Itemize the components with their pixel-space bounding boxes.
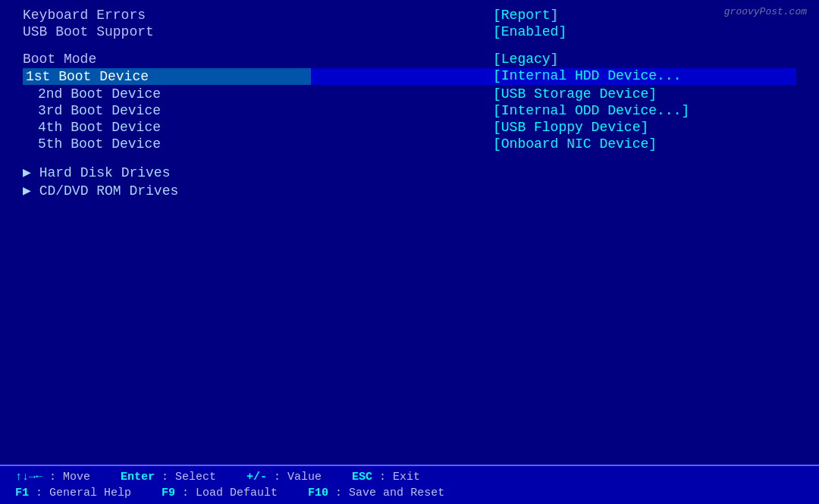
footer-f9: F9 : Load Default (162, 487, 278, 499)
row-3rd-boot-device[interactable]: 3rd Boot Device [Internal ODD Device...] (23, 103, 796, 118)
desc-general-help: : General Help (29, 487, 131, 499)
key-enter: Enter (121, 471, 155, 484)
footer-row-1: ↑↓→← : Move Enter : Select +/- : Value E… (15, 471, 804, 484)
bios-main-content: groovyPost.com Keyboard Errors [Report] … (0, 0, 819, 465)
desc-load-default: : Load Default (175, 487, 278, 499)
label-1st-boot-device: 1st Boot Device (23, 68, 311, 85)
key-esc: ESC (352, 471, 372, 484)
value-usb-boot-support: [Enabled] (493, 24, 796, 39)
label-usb-boot-support: USB Boot Support (23, 24, 311, 39)
footer-row-2: F1 : General Help F9 : Load Default F10 … (15, 487, 804, 499)
watermark: groovyPost.com (724, 6, 807, 17)
desc-move: : Move (42, 471, 90, 484)
row-1st-boot-device[interactable]: 1st Boot Device [Internal HDD Device... (23, 68, 796, 85)
row-usb-boot-support[interactable]: USB Boot Support [Enabled] (23, 24, 796, 39)
label-keyboard-errors: Keyboard Errors (23, 8, 311, 23)
footer-move: ↑↓→← : Move (15, 471, 90, 484)
footer-f10: F10 : Save and Reset (308, 487, 444, 499)
spacer-1 (23, 41, 796, 52)
row-4th-boot-device[interactable]: 4th Boot Device [USB Floppy Device] (23, 120, 796, 135)
footer-enter: Enter : Select (121, 471, 216, 484)
value-boot-mode: [Legacy] (493, 52, 796, 67)
key-plus-minus: +/- (246, 471, 267, 484)
label-4th-boot-device: 4th Boot Device (23, 120, 311, 135)
label-cdvd-rom-drives: CD/DVD ROM Drives (23, 182, 311, 199)
bios-footer: ↑↓→← : Move Enter : Select +/- : Value E… (0, 465, 819, 504)
key-arrows: ↑↓→← (15, 471, 42, 484)
bios-screen: groovyPost.com Keyboard Errors [Report] … (0, 0, 819, 504)
label-hard-disk-drives: Hard Disk Drives (23, 164, 311, 180)
value-5th-boot-device: [Onboard NIC Device] (493, 136, 796, 152)
key-f1: F1 (15, 487, 29, 499)
value-1st-boot-device: [Internal HDD Device... (493, 68, 796, 85)
value-2nd-boot-device: [USB Storage Device] (493, 86, 796, 102)
label-5th-boot-device: 5th Boot Device (23, 136, 311, 152)
key-f10: F10 (308, 487, 328, 499)
value-3rd-boot-device: [Internal ODD Device...] (493, 103, 796, 118)
value-cdvd-rom-drives (493, 182, 796, 199)
desc-exit: : Exit (372, 471, 420, 484)
spacer-2 (23, 153, 796, 164)
desc-value: : Value (267, 471, 322, 484)
footer-value: +/- : Value (246, 471, 322, 484)
desc-save-reset: : Save and Reset (328, 487, 444, 499)
value-hard-disk-drives (493, 164, 796, 180)
label-boot-mode: Boot Mode (23, 52, 311, 67)
label-2nd-boot-device: 2nd Boot Device (23, 86, 311, 102)
row-hard-disk-drives[interactable]: Hard Disk Drives (23, 164, 796, 180)
desc-select: : Select (155, 471, 216, 484)
row-cdvd-rom-drives[interactable]: CD/DVD ROM Drives (23, 182, 796, 199)
footer-f1: F1 : General Help (15, 487, 131, 499)
footer-esc: ESC : Exit (352, 471, 420, 484)
row-boot-mode[interactable]: Boot Mode [Legacy] (23, 52, 796, 67)
row-5th-boot-device[interactable]: 5th Boot Device [Onboard NIC Device] (23, 136, 796, 152)
key-f9: F9 (162, 487, 175, 499)
label-3rd-boot-device: 3rd Boot Device (23, 103, 311, 118)
value-4th-boot-device: [USB Floppy Device] (493, 120, 796, 135)
row-2nd-boot-device[interactable]: 2nd Boot Device [USB Storage Device] (23, 86, 796, 102)
row-keyboard-errors[interactable]: Keyboard Errors [Report] (23, 8, 796, 23)
